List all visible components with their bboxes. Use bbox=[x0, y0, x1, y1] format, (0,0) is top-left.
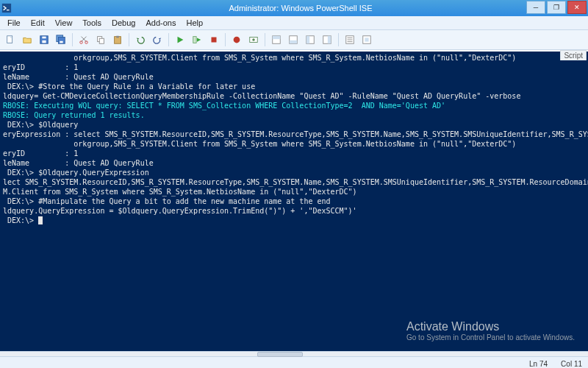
app-icon bbox=[0, 3, 13, 13]
menu-addons[interactable]: Add-ons bbox=[141, 18, 180, 28]
status-bar: Ln 74 Col 11 bbox=[0, 356, 588, 368]
save-icon[interactable] bbox=[37, 32, 51, 47]
save-all-icon[interactable] bbox=[54, 32, 68, 47]
window-title: Administrator: Windows PowerShell ISE bbox=[13, 4, 588, 13]
svg-rect-5 bbox=[42, 37, 46, 39]
console-line: ldquery.QueryExpression = $Oldquery.Quer… bbox=[3, 206, 585, 216]
toolbar-separator bbox=[72, 33, 73, 46]
run-selection-icon[interactable] bbox=[190, 32, 204, 47]
run-icon[interactable] bbox=[173, 32, 187, 47]
show-command-pane-icon[interactable] bbox=[343, 32, 357, 47]
svg-rect-21 bbox=[273, 36, 281, 39]
cut-icon[interactable] bbox=[76, 32, 91, 47]
stop-icon[interactable] bbox=[207, 32, 221, 47]
menu-help[interactable]: Help bbox=[182, 18, 207, 28]
undo-icon[interactable] bbox=[133, 32, 148, 47]
svg-rect-2 bbox=[7, 36, 12, 43]
minimize-button[interactable]: ─ bbox=[526, 1, 545, 14]
toolbar-separator bbox=[338, 33, 339, 46]
console-pane[interactable]: orkgroup,SMS_R_SYSTEM.Client from SMS_R_… bbox=[0, 52, 588, 352]
console-line: leName : Quest AD QueryRule bbox=[3, 158, 585, 168]
scrollbar-thumb[interactable] bbox=[257, 352, 303, 357]
toolbar-separator bbox=[265, 33, 265, 46]
svg-point-17 bbox=[234, 37, 240, 43]
toolbar-separator bbox=[168, 33, 169, 46]
svg-rect-23 bbox=[290, 40, 298, 43]
svg-rect-8 bbox=[60, 41, 62, 43]
svg-rect-25 bbox=[306, 36, 309, 44]
console-line: orkgroup,SMS_R_SYSTEM.Client from SMS_R_… bbox=[3, 139, 585, 149]
title-bar: Administrator: Windows PowerShell ISE ─ … bbox=[0, 0, 588, 16]
menu-bar: File Edit View Tools Debug Add-ons Help bbox=[0, 16, 588, 30]
layout-a-icon[interactable] bbox=[269, 32, 284, 47]
layout-b-icon[interactable] bbox=[286, 32, 301, 47]
console-line: lect SMS_R_SYSTEM.ResourceID,SMS_R_SYSTE… bbox=[3, 177, 585, 187]
toolbar bbox=[0, 30, 588, 50]
breakpoint-icon[interactable] bbox=[229, 32, 244, 47]
console-line: eryID : 1 bbox=[3, 63, 585, 72]
layout-c-icon[interactable] bbox=[303, 32, 318, 47]
console-line: DEX:\> $Oldquery bbox=[3, 120, 585, 130]
console-line: M.Client from SMS_R_System where SMS_R_S… bbox=[3, 187, 585, 197]
status-column: Col 11 bbox=[561, 360, 582, 368]
console-line: ldquery= Get-CMDeviceCollectionQueryMemb… bbox=[3, 91, 585, 101]
svg-rect-15 bbox=[193, 37, 196, 43]
console-line: DEX:\> #Manipulate the Query a bit to ad… bbox=[3, 197, 585, 206]
menu-debug[interactable]: Debug bbox=[107, 18, 140, 28]
window-controls: ─ ❐ ✕ bbox=[526, 1, 587, 14]
paste-icon[interactable] bbox=[110, 32, 125, 47]
toolbar-separator bbox=[129, 33, 129, 46]
horizontal-scrollbar[interactable] bbox=[0, 351, 588, 356]
redo-icon[interactable] bbox=[150, 32, 165, 47]
open-folder-icon[interactable] bbox=[20, 32, 35, 47]
console-line: RBOSE: Executing WQL query: SELECT * FRO… bbox=[3, 101, 585, 110]
new-remote-tab-icon[interactable] bbox=[246, 32, 261, 47]
svg-rect-16 bbox=[212, 38, 217, 43]
svg-rect-14 bbox=[116, 36, 119, 38]
console-line: eryExpression : select SMS_R_SYSTEM.Reso… bbox=[3, 130, 585, 139]
maximize-button[interactable]: ❐ bbox=[547, 1, 566, 14]
status-line: Ln 74 bbox=[529, 360, 548, 368]
toolbar-separator bbox=[225, 33, 226, 46]
console-line: orkgroup,SMS_R_SYSTEM.Client from SMS_R_… bbox=[3, 53, 585, 63]
menu-edit[interactable]: Edit bbox=[26, 18, 49, 28]
console-line: DEX:\> $Oldquery.QueryExpression bbox=[3, 168, 585, 177]
copy-icon[interactable] bbox=[93, 32, 108, 47]
show-command-addon-icon[interactable] bbox=[359, 32, 374, 47]
menu-view[interactable]: View bbox=[51, 18, 77, 28]
close-button[interactable]: ✕ bbox=[567, 1, 587, 14]
svg-rect-27 bbox=[328, 36, 331, 44]
console-line: RBOSE: Query returned 1 results. bbox=[3, 110, 585, 120]
layout-d-icon[interactable] bbox=[320, 32, 334, 47]
svg-rect-12 bbox=[99, 38, 104, 43]
new-file-icon[interactable] bbox=[3, 32, 18, 47]
workspace: Script orkgroup,SMS_R_SYSTEM.Client from… bbox=[0, 50, 588, 356]
svg-point-19 bbox=[252, 38, 255, 41]
menu-tools[interactable]: Tools bbox=[78, 18, 106, 28]
script-pane-toggle[interactable]: Script bbox=[560, 50, 587, 60]
console-line: DEX:\> bbox=[3, 216, 585, 225]
console-line: DEX:\> #Store the Query Rule in a Variab… bbox=[3, 82, 585, 91]
console-line: eryID : 1 bbox=[3, 149, 585, 158]
menu-file[interactable]: File bbox=[3, 18, 25, 28]
svg-rect-4 bbox=[42, 40, 46, 43]
console-line: leName : Quest AD QueryRule bbox=[3, 72, 585, 82]
